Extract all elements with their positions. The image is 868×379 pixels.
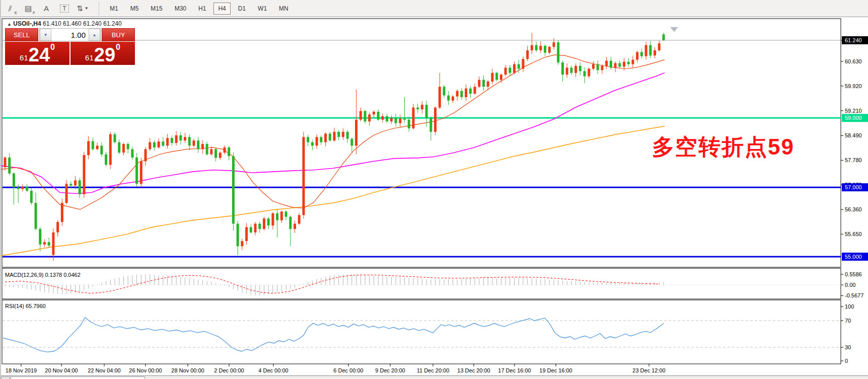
timeframe-m15-button[interactable]: M15 (146, 3, 167, 15)
candle-body (557, 42, 559, 62)
timeframe-h4-button[interactable]: H4 (213, 3, 230, 15)
text-box-icon[interactable]: T (57, 3, 72, 15)
bottom-panel-header-stub[interactable] (11, 376, 145, 379)
candle-body (654, 50, 656, 55)
sell-price-prefix: 61 (20, 53, 28, 62)
candle-body (232, 156, 235, 223)
candle-body (561, 62, 564, 74)
candle-body (390, 118, 393, 121)
candle-body (219, 153, 222, 158)
candle-body (614, 63, 617, 67)
sell-button[interactable]: SELL (5, 28, 38, 41)
candle-body (513, 64, 516, 73)
candle-body (158, 141, 160, 147)
candle-body (302, 137, 305, 215)
candle-body (631, 60, 634, 64)
time-axis-label: 17 Dec 16:00 (498, 367, 531, 373)
candle-body (412, 108, 414, 128)
volume-input[interactable]: 1.00 (51, 29, 89, 41)
candle-body (460, 91, 463, 97)
candle-body (539, 46, 542, 50)
text-label-icon[interactable]: A (39, 3, 54, 15)
candle-body (228, 147, 230, 156)
timeframe-m5-button[interactable]: M5 (126, 3, 143, 15)
volume-stepper: ▼ 1.00 ▲ (39, 28, 101, 41)
bottom-panel-edge (1, 375, 868, 379)
price-badge: 57.000 (845, 184, 862, 190)
macd-axis-label: 0.00 (845, 282, 855, 288)
candle-body (87, 141, 90, 155)
timeframe-mn-button[interactable]: MN (274, 3, 293, 15)
timeframe-h1-button[interactable]: H1 (194, 3, 210, 15)
candle-body (114, 134, 116, 142)
timeframe-w1-button[interactable]: W1 (253, 3, 271, 15)
candle-body (373, 112, 375, 115)
candle-body (61, 203, 63, 222)
candle-body (355, 120, 357, 146)
candle-body (127, 144, 129, 149)
time-axis-label: 23 Dec 12:00 (632, 367, 665, 373)
candle-body (395, 118, 397, 123)
candle-body (280, 211, 283, 220)
candle-body (271, 213, 274, 225)
fibonacci-retracement-icon[interactable]: ▤F (21, 3, 36, 15)
toolbar-separator (99, 2, 100, 15)
candle-body (429, 118, 432, 132)
sell-price-panel[interactable]: 61 24 0 (5, 42, 69, 65)
candle-body (368, 114, 371, 121)
volume-decrease-button[interactable]: ▼ (40, 29, 51, 41)
candle-body (329, 133, 331, 140)
time-axis-label: 9 Dec 20:00 (375, 367, 405, 373)
arrow-objects-icon[interactable]: ⇅▼ (75, 3, 90, 15)
candle-body (324, 133, 327, 142)
candle-body (43, 242, 46, 245)
candle-body (307, 137, 309, 142)
timeframe-m1-button[interactable]: M1 (105, 3, 123, 15)
candle-body (100, 145, 103, 154)
candle-body (294, 223, 296, 229)
candle-body (153, 142, 156, 147)
equidistant-channel-icon[interactable]: ⫽E (3, 3, 18, 15)
candle-body (663, 34, 665, 40)
candle-body (298, 215, 301, 223)
candle-body (83, 155, 85, 194)
candle-body (69, 184, 72, 185)
price-axis-label: 59.210 (845, 108, 862, 114)
candle-body (276, 213, 278, 220)
candle-body (188, 137, 191, 145)
candle-body (17, 187, 20, 189)
buy-price-big: 29 (94, 46, 115, 63)
candle-body (377, 112, 380, 120)
candle-body (592, 64, 595, 69)
bottom-tab-stub[interactable] (1, 376, 10, 379)
time-axis-label: 4 Dec 00:00 (258, 367, 288, 373)
candle-body (48, 242, 50, 246)
price-axis-label: 60.630 (845, 58, 862, 64)
rsi-axis-label: 0 (845, 358, 848, 364)
chart-canvas[interactable]: 多空转折点59MACD(12,26,9) 0.1378 0.0462RSI(14… (1, 17, 868, 375)
candle-body (250, 227, 252, 232)
candle-body (210, 149, 212, 154)
candle-body (421, 105, 423, 109)
candle-body (416, 108, 419, 109)
candle-body (566, 67, 568, 74)
candle-body (447, 96, 450, 101)
volume-increase-button[interactable]: ▲ (89, 29, 100, 41)
timeframe-d1-button[interactable]: D1 (234, 3, 250, 15)
candle-body (618, 63, 621, 66)
price-axis-label: 55.650 (845, 231, 862, 237)
price-axis-label: 58.490 (845, 132, 862, 138)
candle-body (649, 45, 652, 56)
buy-price-panel[interactable]: 61 29 0 (70, 42, 135, 65)
buy-price-sup: 0 (116, 43, 120, 52)
candle-body (320, 137, 322, 142)
timeframe-m30-button[interactable]: M30 (170, 3, 191, 15)
collapse-chart-icon[interactable]: ▲ (7, 22, 12, 27)
candle-body (258, 223, 261, 229)
candle-body (597, 64, 599, 70)
time-axis-label: 28 Nov 00:00 (171, 367, 204, 373)
candle-body (56, 222, 59, 233)
buy-button[interactable]: BUY (102, 28, 135, 41)
candle-body (359, 111, 362, 120)
candle-body (122, 144, 125, 153)
